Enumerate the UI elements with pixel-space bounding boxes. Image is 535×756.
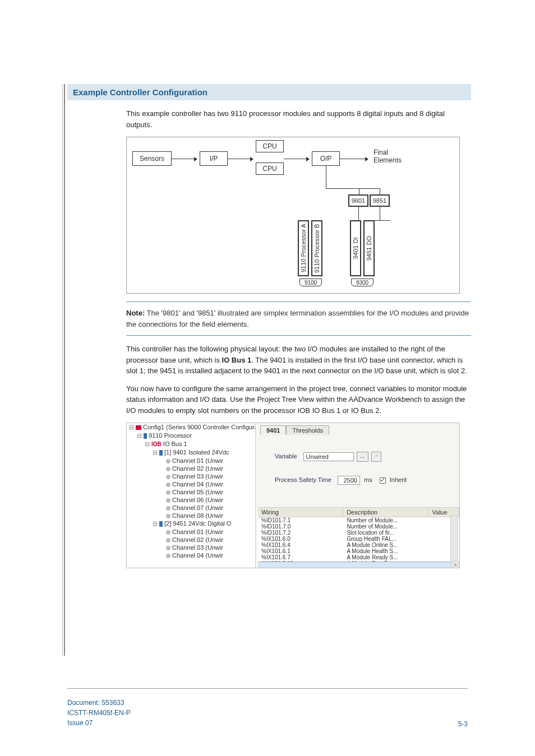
footer-document: Document: 553633 (67, 698, 131, 708)
module-icon (159, 450, 163, 456)
footer-issue: Issue 07 (67, 718, 131, 728)
tree-config[interactable]: Config1 (Series 9000 Controller Configur… (143, 424, 256, 430)
tree-module-1[interactable]: [1] 9401 Isolated 24Vdc (164, 449, 229, 456)
horizontal-scrollbar[interactable] (258, 562, 451, 568)
grid-cell[interactable]: Slot location of fir... (343, 530, 428, 536)
footer-rule (67, 688, 468, 689)
tree-channel[interactable]: Channel 03 (Unwir (172, 473, 223, 480)
intro-paragraph: This example controller has two 9110 pro… (126, 108, 471, 130)
cpu-block-1: CPU (256, 140, 284, 152)
processor-a-block: 9110 Processor A (298, 220, 309, 276)
connector-line (380, 188, 380, 194)
connector-line (358, 207, 359, 220)
tree-channel[interactable]: Channel 01 (Unwir (172, 528, 223, 535)
pst-field[interactable]: 2500 (338, 476, 360, 485)
arrow-icon (340, 159, 368, 159)
di-9401-block: 9401 DI (350, 220, 361, 276)
grid-header-wiring[interactable]: Wiring (258, 508, 343, 517)
vertical-scrollbar[interactable] (450, 516, 458, 561)
tree-channel[interactable]: Channel 05 (Unwir (172, 489, 223, 495)
grid-cell[interactable]: %ID101.7.1 (258, 517, 343, 523)
tree-channel[interactable]: Channel 02 (Unwir (172, 536, 223, 543)
tree-channel[interactable]: Channel 03 (Unwir (172, 544, 223, 551)
do-9451-block: 9451 DO (363, 220, 375, 276)
final-elements-label: Final Elements (373, 149, 413, 164)
arrow-icon (284, 159, 309, 159)
processor-icon (144, 433, 147, 439)
paragraph-3: You now have to configure the same arran… (126, 383, 471, 416)
grid-cell[interactable]: %IX101.6.4 (258, 542, 343, 548)
tree-processor[interactable]: 9110 Processor (149, 432, 192, 439)
workbench-screenshot: ⊟ Config1 (Series 9000 Controller Config… (126, 423, 460, 568)
arrow-icon (172, 159, 197, 159)
scroll-arrow-icon[interactable]: > (451, 562, 459, 568)
channel-icon (166, 554, 170, 558)
channel-icon (166, 498, 170, 503)
tab-9401[interactable]: 9401 (260, 425, 286, 435)
note-text: The '9801' and '9851' illustrated are si… (126, 309, 469, 328)
para2-bold: IO Bus 1 (222, 356, 252, 364)
connector-line (380, 207, 380, 220)
grid-cell[interactable]: %ID101.7.2 (258, 530, 343, 536)
grid-cell[interactable]: %ID101.7.0 (258, 523, 343, 530)
channel-icon (166, 459, 170, 463)
grid-cell[interactable]: Number of Module... (343, 517, 428, 523)
op-block: O/P (312, 151, 340, 166)
properties-panel: 9401Thresholds Variable Unwired ... × Pr… (258, 423, 459, 568)
pst-label: Process Safety Time (275, 476, 331, 483)
wiring-grid: Wiring Description Value %ID101.7.1Numbe… (258, 507, 459, 568)
tree-channel[interactable]: Channel 06 (Unwir (172, 497, 223, 503)
tree-module-2[interactable]: [2] 9451 24Vdc Digital O (164, 520, 231, 527)
grid-cell[interactable]: A Module Ready S... (343, 554, 428, 560)
channel-icon (166, 514, 170, 518)
section-heading: Example Controller Configuration (67, 84, 471, 100)
paragraph-2: This controller has the following physic… (126, 344, 471, 377)
project-tree-panel: ⊟ Config1 (Series 9000 Controller Config… (127, 423, 256, 568)
inherit-label: Inherit (390, 476, 407, 483)
processor-b-block: 9110 Processor B (311, 220, 322, 276)
connector-line (359, 188, 380, 189)
page-number: 5-3 (458, 720, 468, 728)
tree-iobus[interactable]: IO Bus 1 (163, 440, 187, 447)
footer-ref: ICSTT-RM405f-EN-P (67, 708, 131, 718)
inherit-checkbox[interactable] (380, 477, 386, 484)
browse-button[interactable]: ... (357, 452, 368, 462)
grid-cell[interactable]: Group Health FAL... (343, 536, 428, 542)
grid-cell[interactable]: %IX101.6.0 (258, 536, 343, 542)
iob-icon: IOB (151, 441, 162, 447)
channel-icon (166, 538, 170, 542)
tree-channel[interactable]: Channel 08 (Unwir (172, 512, 223, 519)
channel-icon (166, 530, 170, 535)
connector-line (326, 166, 326, 188)
tree-channel[interactable]: Channel 01 (Unwir (172, 457, 223, 464)
tree-channel[interactable]: Channel 07 (Unwir (172, 504, 223, 511)
tree-channel[interactable]: Channel 02 (Unwir (172, 465, 223, 472)
module-icon (159, 521, 163, 527)
tab-thresholds[interactable]: Thresholds (286, 425, 329, 435)
block-9851: 9851 (370, 194, 390, 207)
note-box: Note: The '9801' and '9851' illustrated … (126, 302, 471, 336)
grid-cell[interactable]: A Module Health S... (343, 548, 428, 554)
grid-cell[interactable]: A Module Online S... (343, 542, 428, 548)
tray-9100: 9100 (299, 279, 322, 286)
ip-block: I/P (200, 151, 228, 166)
block-9801: 9801 (348, 194, 368, 207)
channel-icon (166, 467, 170, 471)
sensors-block: Sensors (132, 151, 172, 166)
tree-channel[interactable]: Channel 04 (Unwir (172, 481, 223, 488)
channel-icon (166, 483, 170, 487)
connector-line (326, 188, 359, 189)
grid-cell[interactable]: %IX101.6.1 (258, 548, 343, 554)
clear-button[interactable]: × (371, 452, 381, 462)
tree-channel[interactable]: Channel 04 (Unwir (172, 552, 223, 559)
grid-header-desc[interactable]: Description (343, 508, 428, 517)
pst-unit: ms (364, 476, 372, 483)
grid-body: %ID101.7.1Number of Module... %ID101.7.0… (258, 517, 459, 567)
grid-cell[interactable]: %IX101.6.7 (258, 554, 343, 560)
architecture-diagram: Sensors I/P CPU CPU O/P Final Elements 9… (126, 137, 460, 294)
note-label: Note: (126, 309, 145, 317)
connector-line (359, 188, 359, 194)
variable-field[interactable]: Unwired (303, 452, 354, 461)
grid-cell[interactable]: Number of Module... (343, 523, 428, 530)
config-icon (136, 425, 141, 430)
